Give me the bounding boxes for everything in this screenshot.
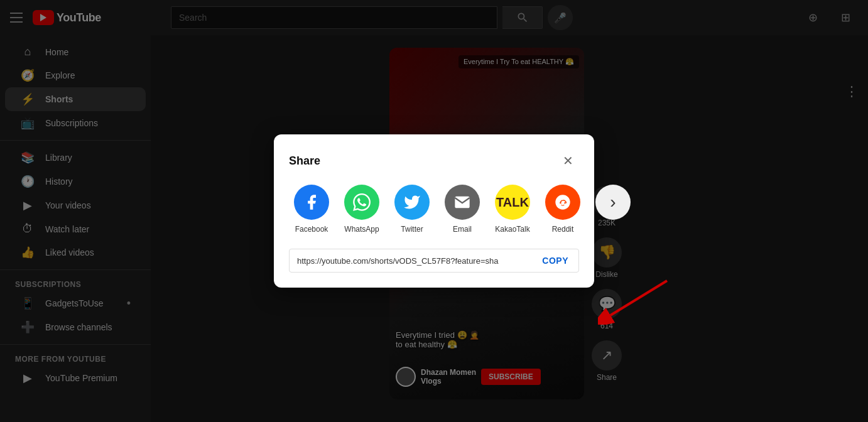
svg-point-1	[560, 202, 561, 203]
modal-close-button[interactable]: ✕	[556, 149, 579, 172]
share-link-row: https://youtube.com/shorts/vODS_CL57F8?f…	[289, 249, 579, 273]
svg-point-2	[564, 202, 565, 203]
modal-title: Share	[289, 154, 320, 168]
email-label: Email	[453, 225, 472, 234]
share-facebook[interactable]: Facebook	[289, 185, 334, 234]
share-reddit[interactable]: Reddit	[540, 185, 585, 234]
share-email[interactable]: Email	[440, 185, 485, 234]
twitter-icon	[394, 185, 430, 220]
share-link-url: https://youtube.com/shorts/vODS_CL57F8?f…	[290, 250, 532, 272]
reddit-label: Reddit	[552, 225, 574, 234]
more-share-label	[612, 225, 614, 234]
kakao-icon: TALK	[495, 185, 530, 220]
twitter-label: Twitter	[401, 225, 423, 234]
svg-point-0	[555, 195, 570, 209]
copy-button[interactable]: COPY	[532, 249, 578, 272]
share-whatsapp[interactable]: WhatsApp	[339, 185, 384, 234]
whatsapp-icon	[344, 185, 379, 220]
facebook-label: Facebook	[295, 225, 328, 234]
kakao-label: KakaoTalk	[495, 225, 529, 234]
whatsapp-label: WhatsApp	[344, 225, 379, 234]
share-kakao[interactable]: TALK KakaoTalk	[490, 185, 535, 234]
reddit-icon	[545, 185, 580, 220]
email-icon	[445, 185, 480, 220]
facebook-icon	[294, 185, 329, 220]
share-modal: Share ✕ Facebook WhatsApp	[274, 134, 594, 288]
share-twitter[interactable]: Twitter	[389, 185, 435, 234]
more-share-icon: ›	[595, 185, 631, 220]
share-icons-row: Facebook WhatsApp Twitter	[289, 185, 579, 234]
share-more[interactable]: ›	[590, 185, 636, 234]
modal-header: Share ✕	[289, 149, 579, 172]
